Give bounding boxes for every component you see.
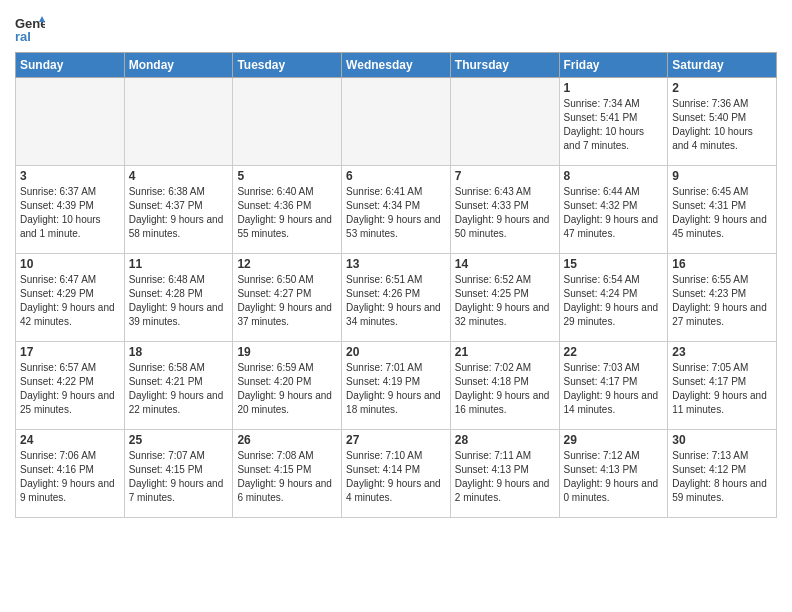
day-cell: 13Sunrise: 6:51 AM Sunset: 4:26 PM Dayli…: [342, 254, 451, 342]
day-number: 29: [564, 433, 664, 447]
day-number: 27: [346, 433, 446, 447]
day-cell: 11Sunrise: 6:48 AM Sunset: 4:28 PM Dayli…: [124, 254, 233, 342]
day-info: Sunrise: 7:10 AM Sunset: 4:14 PM Dayligh…: [346, 449, 446, 505]
day-cell: 25Sunrise: 7:07 AM Sunset: 4:15 PM Dayli…: [124, 430, 233, 518]
day-cell: 23Sunrise: 7:05 AM Sunset: 4:17 PM Dayli…: [668, 342, 777, 430]
weekday-wednesday: Wednesday: [342, 53, 451, 78]
day-info: Sunrise: 7:13 AM Sunset: 4:12 PM Dayligh…: [672, 449, 772, 505]
day-number: 19: [237, 345, 337, 359]
day-cell: 19Sunrise: 6:59 AM Sunset: 4:20 PM Dayli…: [233, 342, 342, 430]
day-number: 13: [346, 257, 446, 271]
week-row-1: 1Sunrise: 7:34 AM Sunset: 5:41 PM Daylig…: [16, 78, 777, 166]
day-info: Sunrise: 6:55 AM Sunset: 4:23 PM Dayligh…: [672, 273, 772, 329]
day-info: Sunrise: 7:06 AM Sunset: 4:16 PM Dayligh…: [20, 449, 120, 505]
day-cell: 15Sunrise: 6:54 AM Sunset: 4:24 PM Dayli…: [559, 254, 668, 342]
day-cell: 5Sunrise: 6:40 AM Sunset: 4:36 PM Daylig…: [233, 166, 342, 254]
day-info: Sunrise: 6:59 AM Sunset: 4:20 PM Dayligh…: [237, 361, 337, 417]
weekday-tuesday: Tuesday: [233, 53, 342, 78]
week-row-5: 24Sunrise: 7:06 AM Sunset: 4:16 PM Dayli…: [16, 430, 777, 518]
day-cell: [342, 78, 451, 166]
day-info: Sunrise: 7:08 AM Sunset: 4:15 PM Dayligh…: [237, 449, 337, 505]
day-info: Sunrise: 6:38 AM Sunset: 4:37 PM Dayligh…: [129, 185, 229, 241]
day-number: 6: [346, 169, 446, 183]
logo-icon: Gene ral: [15, 14, 45, 44]
day-cell: 10Sunrise: 6:47 AM Sunset: 4:29 PM Dayli…: [16, 254, 125, 342]
day-number: 28: [455, 433, 555, 447]
day-cell: 30Sunrise: 7:13 AM Sunset: 4:12 PM Dayli…: [668, 430, 777, 518]
day-cell: 16Sunrise: 6:55 AM Sunset: 4:23 PM Dayli…: [668, 254, 777, 342]
day-number: 25: [129, 433, 229, 447]
day-number: 20: [346, 345, 446, 359]
day-number: 9: [672, 169, 772, 183]
day-info: Sunrise: 7:05 AM Sunset: 4:17 PM Dayligh…: [672, 361, 772, 417]
weekday-thursday: Thursday: [450, 53, 559, 78]
day-info: Sunrise: 6:50 AM Sunset: 4:27 PM Dayligh…: [237, 273, 337, 329]
day-cell: 14Sunrise: 6:52 AM Sunset: 4:25 PM Dayli…: [450, 254, 559, 342]
logo: Gene ral: [15, 14, 47, 44]
day-cell: 17Sunrise: 6:57 AM Sunset: 4:22 PM Dayli…: [16, 342, 125, 430]
day-cell: 26Sunrise: 7:08 AM Sunset: 4:15 PM Dayli…: [233, 430, 342, 518]
header: Gene ral: [15, 10, 777, 44]
day-info: Sunrise: 7:07 AM Sunset: 4:15 PM Dayligh…: [129, 449, 229, 505]
week-row-2: 3Sunrise: 6:37 AM Sunset: 4:39 PM Daylig…: [16, 166, 777, 254]
day-number: 23: [672, 345, 772, 359]
day-cell: [16, 78, 125, 166]
day-number: 24: [20, 433, 120, 447]
day-info: Sunrise: 6:44 AM Sunset: 4:32 PM Dayligh…: [564, 185, 664, 241]
day-number: 2: [672, 81, 772, 95]
day-number: 12: [237, 257, 337, 271]
day-number: 15: [564, 257, 664, 271]
day-cell: 9Sunrise: 6:45 AM Sunset: 4:31 PM Daylig…: [668, 166, 777, 254]
day-number: 14: [455, 257, 555, 271]
weekday-friday: Friday: [559, 53, 668, 78]
week-row-4: 17Sunrise: 6:57 AM Sunset: 4:22 PM Dayli…: [16, 342, 777, 430]
page: Gene ral SundayMondayTuesdayWednesdayThu…: [0, 0, 792, 612]
day-cell: 1Sunrise: 7:34 AM Sunset: 5:41 PM Daylig…: [559, 78, 668, 166]
svg-text:ral: ral: [15, 29, 31, 44]
day-info: Sunrise: 6:58 AM Sunset: 4:21 PM Dayligh…: [129, 361, 229, 417]
day-number: 8: [564, 169, 664, 183]
day-number: 1: [564, 81, 664, 95]
calendar: SundayMondayTuesdayWednesdayThursdayFrid…: [15, 52, 777, 518]
day-info: Sunrise: 7:12 AM Sunset: 4:13 PM Dayligh…: [564, 449, 664, 505]
day-number: 11: [129, 257, 229, 271]
day-cell: 18Sunrise: 6:58 AM Sunset: 4:21 PM Dayli…: [124, 342, 233, 430]
day-info: Sunrise: 6:57 AM Sunset: 4:22 PM Dayligh…: [20, 361, 120, 417]
day-info: Sunrise: 6:52 AM Sunset: 4:25 PM Dayligh…: [455, 273, 555, 329]
day-cell: 29Sunrise: 7:12 AM Sunset: 4:13 PM Dayli…: [559, 430, 668, 518]
day-cell: 24Sunrise: 7:06 AM Sunset: 4:16 PM Dayli…: [16, 430, 125, 518]
day-cell: 12Sunrise: 6:50 AM Sunset: 4:27 PM Dayli…: [233, 254, 342, 342]
day-info: Sunrise: 7:03 AM Sunset: 4:17 PM Dayligh…: [564, 361, 664, 417]
day-info: Sunrise: 7:02 AM Sunset: 4:18 PM Dayligh…: [455, 361, 555, 417]
day-cell: 8Sunrise: 6:44 AM Sunset: 4:32 PM Daylig…: [559, 166, 668, 254]
day-info: Sunrise: 7:36 AM Sunset: 5:40 PM Dayligh…: [672, 97, 772, 153]
day-number: 10: [20, 257, 120, 271]
day-number: 22: [564, 345, 664, 359]
day-number: 7: [455, 169, 555, 183]
day-info: Sunrise: 6:48 AM Sunset: 4:28 PM Dayligh…: [129, 273, 229, 329]
day-cell: 27Sunrise: 7:10 AM Sunset: 4:14 PM Dayli…: [342, 430, 451, 518]
day-info: Sunrise: 6:54 AM Sunset: 4:24 PM Dayligh…: [564, 273, 664, 329]
week-row-3: 10Sunrise: 6:47 AM Sunset: 4:29 PM Dayli…: [16, 254, 777, 342]
day-info: Sunrise: 7:34 AM Sunset: 5:41 PM Dayligh…: [564, 97, 664, 153]
day-cell: [450, 78, 559, 166]
day-number: 4: [129, 169, 229, 183]
day-cell: [233, 78, 342, 166]
day-cell: 21Sunrise: 7:02 AM Sunset: 4:18 PM Dayli…: [450, 342, 559, 430]
day-number: 26: [237, 433, 337, 447]
day-number: 18: [129, 345, 229, 359]
day-cell: [124, 78, 233, 166]
day-info: Sunrise: 6:37 AM Sunset: 4:39 PM Dayligh…: [20, 185, 120, 241]
day-info: Sunrise: 7:01 AM Sunset: 4:19 PM Dayligh…: [346, 361, 446, 417]
day-cell: 4Sunrise: 6:38 AM Sunset: 4:37 PM Daylig…: [124, 166, 233, 254]
day-number: 3: [20, 169, 120, 183]
day-number: 30: [672, 433, 772, 447]
day-cell: 7Sunrise: 6:43 AM Sunset: 4:33 PM Daylig…: [450, 166, 559, 254]
day-number: 16: [672, 257, 772, 271]
day-cell: 22Sunrise: 7:03 AM Sunset: 4:17 PM Dayli…: [559, 342, 668, 430]
day-cell: 2Sunrise: 7:36 AM Sunset: 5:40 PM Daylig…: [668, 78, 777, 166]
weekday-saturday: Saturday: [668, 53, 777, 78]
day-info: Sunrise: 6:41 AM Sunset: 4:34 PM Dayligh…: [346, 185, 446, 241]
weekday-header-row: SundayMondayTuesdayWednesdayThursdayFrid…: [16, 53, 777, 78]
day-info: Sunrise: 7:11 AM Sunset: 4:13 PM Dayligh…: [455, 449, 555, 505]
